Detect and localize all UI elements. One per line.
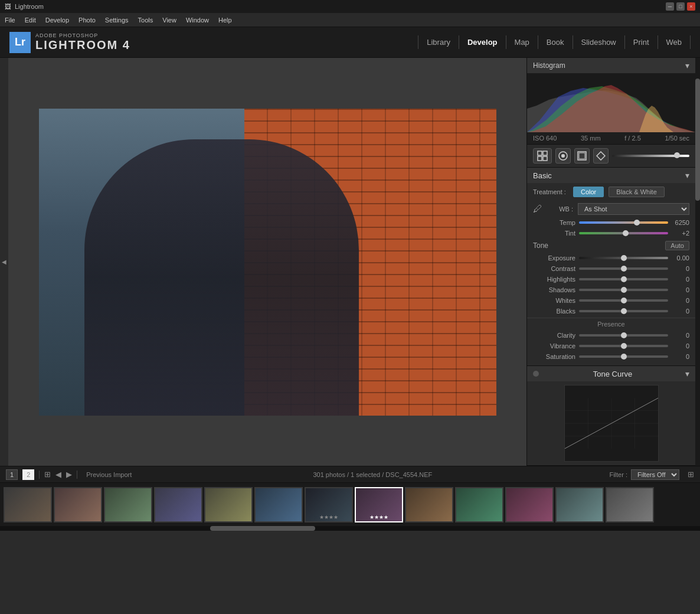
exposure-label: Exposure bbox=[533, 254, 575, 262]
bw-treatment-button[interactable]: Black & White bbox=[609, 187, 664, 197]
blacks-knob[interactable] bbox=[621, 308, 627, 314]
exposure-knob[interactable] bbox=[621, 255, 627, 261]
tone-slider-thumb[interactable] bbox=[674, 152, 680, 158]
whites-value: 0 bbox=[672, 297, 689, 304]
contrast-track[interactable] bbox=[579, 267, 668, 270]
right-scrollbar-thumb[interactable] bbox=[695, 79, 700, 201]
filmstrip-expand-icon[interactable]: ⊞ bbox=[688, 470, 694, 479]
menu-develop[interactable]: Develop bbox=[45, 17, 69, 24]
exif-aperture: f / 2.5 bbox=[624, 135, 641, 142]
contrast-knob[interactable] bbox=[621, 266, 627, 272]
whites-track[interactable] bbox=[579, 299, 668, 302]
eyedropper-icon[interactable]: 🖊 bbox=[533, 204, 542, 214]
tint-slider-track[interactable] bbox=[579, 232, 668, 234]
nav-book[interactable]: Book bbox=[538, 35, 573, 49]
exposure-track[interactable] bbox=[579, 257, 668, 259]
left-panel-collapse[interactable]: ◀ bbox=[2, 259, 6, 265]
menu-edit[interactable]: Edit bbox=[25, 17, 36, 24]
shadows-knob[interactable] bbox=[621, 287, 627, 293]
blacks-value: 0 bbox=[672, 308, 689, 315]
close-button[interactable]: × bbox=[687, 2, 695, 11]
menu-photo[interactable]: Photo bbox=[78, 17, 96, 24]
page-2-button[interactable]: 2 bbox=[22, 469, 34, 480]
filmstrip-thumb-4[interactable] bbox=[154, 487, 202, 522]
color-treatment-button[interactable]: Color bbox=[573, 187, 604, 197]
nav-develop[interactable]: Develop bbox=[459, 35, 506, 49]
exif-focal: 35 mm bbox=[581, 135, 601, 142]
nav-map[interactable]: Map bbox=[506, 35, 538, 49]
histogram-collapse-icon[interactable]: ▾ bbox=[685, 61, 689, 70]
filmstrip-thumb-6[interactable] bbox=[254, 487, 303, 522]
exif-bar: ISO 640 35 mm f / 2.5 1/50 sec bbox=[527, 132, 695, 144]
clarity-track[interactable] bbox=[579, 334, 668, 337]
temp-slider-track[interactable] bbox=[579, 221, 668, 224]
page-1-button[interactable]: 1 bbox=[6, 469, 18, 480]
wb-select[interactable]: As Shot Auto Daylight Cloudy Shade bbox=[578, 203, 689, 215]
filmstrip-scroll-thumb[interactable] bbox=[210, 526, 315, 531]
filmstrip-thumb-12[interactable] bbox=[555, 487, 604, 522]
filmstrip-thumb-3[interactable] bbox=[104, 487, 152, 522]
vibrance-track[interactable] bbox=[579, 345, 668, 347]
basic-section: Basic ▾ Treatment : Color Black & White … bbox=[527, 168, 695, 366]
color-sample-button[interactable] bbox=[593, 148, 609, 164]
blacks-track[interactable] bbox=[579, 310, 668, 312]
auto-tone-button[interactable]: Auto bbox=[665, 241, 689, 250]
menu-file[interactable]: File bbox=[5, 17, 15, 24]
tone-curve-collapse-icon[interactable]: ▾ bbox=[685, 369, 689, 378]
histogram-header[interactable]: Histogram ▾ bbox=[527, 58, 695, 73]
filmstrip-thumb-13[interactable] bbox=[606, 487, 654, 522]
filmstrip-thumb-9[interactable] bbox=[405, 487, 453, 522]
saturation-knob[interactable] bbox=[621, 354, 627, 360]
maximize-button[interactable]: □ bbox=[676, 2, 685, 11]
filmstrip-scrollbar[interactable] bbox=[0, 526, 700, 531]
menu-tools[interactable]: Tools bbox=[138, 17, 153, 24]
saturation-track[interactable] bbox=[579, 355, 668, 358]
tint-slider-knob[interactable] bbox=[623, 230, 629, 236]
menu-settings[interactable]: Settings bbox=[105, 17, 129, 24]
tone-slider-container bbox=[612, 155, 689, 157]
crop-tool-button[interactable] bbox=[555, 148, 571, 164]
filter-select[interactable]: Filters Off Flagged Rated bbox=[631, 469, 679, 480]
tone-curve-header[interactable]: Tone Curve ▾ bbox=[527, 366, 695, 381]
tool-row bbox=[527, 145, 695, 168]
filmstrip-thumb-5[interactable] bbox=[204, 487, 253, 522]
temp-slider-knob[interactable] bbox=[634, 220, 640, 226]
forward-arrow-icon[interactable]: ▶ bbox=[66, 470, 72, 479]
saturation-label: Saturation bbox=[533, 353, 575, 360]
heal-tool-button[interactable] bbox=[574, 148, 590, 164]
basic-section-header[interactable]: Basic ▾ bbox=[527, 168, 695, 183]
basic-collapse-icon[interactable]: ▾ bbox=[685, 171, 689, 180]
nav-library[interactable]: Library bbox=[418, 35, 459, 49]
filmstrip-thumb-2[interactable] bbox=[54, 487, 102, 522]
menu-window[interactable]: Window bbox=[186, 17, 209, 24]
minimize-button[interactable]: ─ bbox=[666, 2, 674, 11]
tone-slider-track[interactable] bbox=[612, 155, 689, 157]
shadows-track[interactable] bbox=[579, 289, 668, 291]
clarity-label: Clarity bbox=[533, 332, 575, 339]
whites-knob[interactable] bbox=[621, 298, 627, 303]
highlights-row: Highlights 0 bbox=[527, 274, 695, 285]
filmstrip-thumb-10[interactable] bbox=[455, 487, 503, 522]
highlights-knob[interactable] bbox=[621, 276, 627, 282]
vibrance-knob[interactable] bbox=[621, 343, 627, 349]
photo-background bbox=[39, 109, 496, 416]
filmstrip-thumb-7[interactable]: ★★★★ bbox=[305, 487, 353, 522]
contrast-value: 0 bbox=[672, 265, 689, 272]
highlights-track[interactable] bbox=[579, 278, 668, 280]
nav-slideshow[interactable]: Slideshow bbox=[573, 35, 625, 49]
grid-tool-button[interactable] bbox=[533, 148, 552, 164]
svg-rect-7 bbox=[538, 156, 542, 161]
filmstrip-thumb-11[interactable] bbox=[505, 487, 554, 522]
nav-print[interactable]: Print bbox=[625, 35, 658, 49]
menu-help[interactable]: Help bbox=[218, 17, 232, 24]
menu-view[interactable]: View bbox=[162, 17, 176, 24]
nav-web[interactable]: Web bbox=[658, 35, 691, 49]
right-scrollbar[interactable] bbox=[695, 58, 700, 466]
grid-view-icon[interactable]: ⊞ bbox=[44, 470, 51, 479]
wb-row: 🖊 WB : As Shot Auto Daylight Cloudy Shad… bbox=[527, 201, 695, 217]
filmstrip-thumb-1[interactable] bbox=[4, 487, 52, 522]
back-arrow-icon[interactable]: ◀ bbox=[55, 470, 61, 479]
vibrance-label: Vibrance bbox=[533, 342, 575, 350]
filmstrip-thumb-8[interactable]: ★★★★ bbox=[355, 487, 403, 522]
clarity-knob[interactable] bbox=[621, 332, 627, 338]
